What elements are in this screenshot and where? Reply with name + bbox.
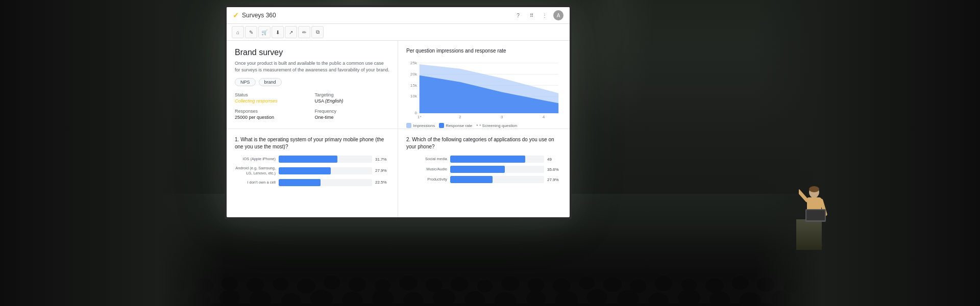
svg-point-12 <box>399 276 418 290</box>
legend-response-color <box>439 123 444 128</box>
svg-text:3: 3 <box>501 115 503 119</box>
bar-track-music <box>450 166 544 173</box>
chart-svg: 25k 20k 15k 10k 0 <box>406 59 561 120</box>
svg-text:20k: 20k <box>410 72 417 76</box>
svg-point-19 <box>579 277 595 289</box>
targeting-label: Targeting <box>315 92 390 97</box>
question2-panel: 2. Which of the following categories of … <box>398 129 570 217</box>
info-grid: Status Collecting responses Targeting US… <box>235 92 389 120</box>
tag-brand: brand <box>259 78 282 86</box>
avatar[interactable]: A <box>553 10 564 20</box>
screen-content: ✓ Surveys 360 ? ⠿ ⋮ A ⌂ ✎ 🛒 ⬇ ↗ ✏ ⧉ <box>227 7 570 217</box>
frequency-section: Frequency One-time <box>315 109 390 120</box>
more-icon[interactable]: ⋮ <box>540 11 549 20</box>
svg-text:1*: 1* <box>418 115 422 119</box>
bar-track-nocell <box>279 179 372 186</box>
toolbar: ⌂ ✎ 🛒 ⬇ ↗ ✏ ⧉ <box>227 24 570 41</box>
svg-point-17 <box>528 278 544 292</box>
logo-checkmark: ✓ <box>233 11 239 19</box>
edit-button[interactable]: ✎ <box>245 26 257 38</box>
question1-panel: 1. What is the operating system of your … <box>227 129 398 217</box>
tag-nps: NPS <box>235 78 256 86</box>
bar-track-social <box>450 156 544 163</box>
bar-label-productivity: Productivity <box>406 177 447 182</box>
header-icons: ? ⠿ ⋮ A <box>513 10 564 20</box>
svg-point-6 <box>247 278 264 292</box>
bar-chart-q2: Social media 49 Music/Audio 35.6% <box>406 156 561 183</box>
svg-text:25k: 25k <box>410 61 417 65</box>
svg-point-14 <box>451 277 468 291</box>
status-section: Status Collecting responses <box>235 92 310 104</box>
svg-point-13 <box>426 278 442 292</box>
svg-point-10 <box>349 277 366 292</box>
frequency-value: One-time <box>315 115 390 120</box>
question1-text: 1. What is the operating system of your … <box>235 136 389 150</box>
bar-pct-nocell: 22.5% <box>375 180 389 185</box>
chart-title: Per question impressions and response ra… <box>406 48 561 54</box>
svg-point-15 <box>477 280 493 292</box>
legend-impressions: Impressions <box>406 123 435 128</box>
chart-area: 25k 20k 15k 10k 0 <box>406 59 561 120</box>
pencil-button[interactable]: ✏ <box>298 26 310 38</box>
bar-chart-q1: iOS (Apple iPhone) 31.7% Android (e.g. S… <box>235 156 389 186</box>
svg-text:10k: 10k <box>410 94 417 99</box>
svg-point-8 <box>297 279 315 293</box>
bar-row-nocell: I don't own a cell 22.5% <box>235 179 389 186</box>
svg-point-7 <box>273 278 288 290</box>
legend-response-rate: Response rate <box>439 123 472 128</box>
copy-button[interactable]: ⧉ <box>311 26 324 38</box>
share-button[interactable]: ↗ <box>285 26 297 38</box>
cart-button[interactable]: 🛒 <box>258 26 271 38</box>
app-header: ✓ Surveys 360 ? ⠿ ⋮ A <box>227 7 570 24</box>
survey-info-panel: Brand survey Once your product is built … <box>227 41 398 129</box>
bar-label-nocell: I don't own a cell <box>235 180 276 185</box>
chart-panel: Per question impressions and response ra… <box>398 41 570 129</box>
bar-row-android: Android (e.g. Samsung, LG, Lenovo, etc.)… <box>235 166 389 176</box>
svg-point-16 <box>501 276 520 291</box>
bar-fill-android <box>279 167 331 174</box>
bar-fill-productivity <box>450 176 493 183</box>
tags: NPS brand <box>235 78 389 86</box>
bar-track-android <box>279 167 372 174</box>
svg-point-20 <box>603 277 622 292</box>
screen-frame: ✓ Surveys 360 ? ⠿ ⋮ A ⌂ ✎ 🛒 ⬇ ↗ ✏ ⧉ <box>225 5 572 219</box>
svg-point-25 <box>732 276 748 290</box>
svg-point-9 <box>324 276 340 289</box>
targeting-section: Targeting USA (English) <box>315 92 390 104</box>
svg-line-80 <box>799 191 807 200</box>
svg-point-21 <box>630 279 646 293</box>
status-value: Collecting responses <box>235 98 310 104</box>
podium <box>796 219 822 250</box>
download-button[interactable]: ⬇ <box>272 26 284 38</box>
svg-point-49 <box>587 289 607 305</box>
responses-section: Responses 25000 per question <box>235 109 310 120</box>
svg-point-78 <box>809 186 819 192</box>
bar-row-social: Social media 49 <box>406 156 561 163</box>
svg-point-18 <box>553 278 570 293</box>
help-icon[interactable]: ? <box>513 11 523 20</box>
bar-pct-productivity: 27.9% <box>547 177 561 182</box>
status-label: Status <box>235 92 310 97</box>
side-right-shadow <box>755 0 980 306</box>
home-button[interactable]: ⌂ <box>232 26 244 38</box>
bar-row-productivity: Productivity 27.9% <box>406 176 561 183</box>
grid-icon[interactable]: ⠿ <box>527 11 536 20</box>
bar-label-android: Android (e.g. Samsung, LG, Lenovo, etc.) <box>235 166 276 176</box>
bar-row-music: Music/Audio 35.6% <box>406 166 561 173</box>
legend-screening: * * Screening question <box>476 123 517 128</box>
bar-row-ios: iOS (Apple iPhone) 31.7% <box>235 156 389 163</box>
chart-legend: Impressions Response rate * * Screening … <box>406 123 561 128</box>
svg-text:4: 4 <box>543 115 545 119</box>
responses-value: 25000 per question <box>235 115 310 120</box>
legend-impressions-color <box>406 123 411 128</box>
bar-pct-social: 49 <box>547 157 561 162</box>
bar-track-ios <box>279 156 372 163</box>
bar-pct-music: 35.6% <box>547 167 561 172</box>
survey-title: Brand survey <box>235 48 389 57</box>
svg-point-24 <box>705 278 724 293</box>
bar-track-productivity <box>450 176 544 183</box>
survey-description: Once your product is built and available… <box>235 60 389 73</box>
responses-label: Responses <box>235 109 310 114</box>
main-content: Brand survey Once your product is built … <box>227 41 570 217</box>
logo-text: Surveys 360 <box>242 12 276 19</box>
